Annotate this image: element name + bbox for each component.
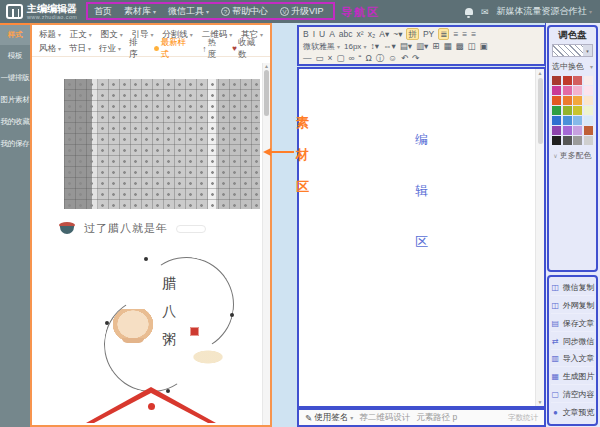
style-filter-dropdown[interactable]: 节日▾ [69, 43, 91, 55]
editor-insert-icon[interactable]: ◫ [468, 41, 476, 51]
editor-insert-icon[interactable]: ▦ [443, 41, 451, 51]
editor-format-icon[interactable]: ~▾ [393, 29, 402, 39]
editor-format-icon[interactable]: ≡ [471, 29, 476, 39]
editor-utility-icon[interactable]: ↶ [401, 53, 408, 63]
style-filter-dropdown[interactable]: 标题▾ [39, 29, 61, 41]
color-swatch[interactable] [563, 126, 572, 135]
sidebar-item-my-favorites[interactable]: 我的收藏 [0, 111, 30, 133]
editor-utility-icon[interactable]: ⓘ [376, 53, 385, 63]
use-signature-dropdown[interactable]: ✎ 使用签名 ▾ [305, 412, 353, 424]
editor-insert-icon[interactable]: ⇔▾ [383, 41, 396, 51]
color-swatch[interactable] [573, 126, 582, 135]
editor-format-icon[interactable]: I [313, 29, 315, 39]
editor-insert-icon[interactable]: ▥▾ [416, 41, 428, 51]
sidebar-item-image-material[interactable]: 图片素材 [0, 89, 30, 111]
color-swatch[interactable] [552, 96, 561, 105]
color-swatch[interactable] [584, 136, 593, 145]
action-button[interactable]: ▦ 生成图片 [551, 369, 594, 385]
palette-pattern-dropdown[interactable]: ▾ [552, 44, 593, 57]
color-swatch[interactable] [552, 136, 561, 145]
editor-format-icon[interactable]: ≡ [453, 29, 458, 39]
style-filter-dropdown[interactable]: 图文▾ [101, 29, 123, 41]
sort-favorites-button[interactable]: ♥收藏数 [232, 37, 263, 61]
color-swatch[interactable] [584, 106, 593, 115]
style-filter-dropdown[interactable]: 行业▾ [99, 43, 121, 55]
scrollbar-thumb[interactable] [538, 78, 543, 144]
editor-format-icon[interactable]: U [319, 29, 325, 39]
sidebar-item-one-click-layout[interactable]: 一键排版 [0, 67, 30, 89]
editor-utility-icon[interactable]: ☺ [388, 53, 397, 63]
menu-item-home[interactable]: 首页 [94, 5, 112, 18]
editor-format-icon[interactable]: x₂ [368, 29, 376, 39]
menu-item-material-library[interactable]: 素材库▾ [124, 5, 156, 18]
editor-utility-icon[interactable]: × [328, 53, 333, 63]
color-swatch[interactable] [573, 116, 582, 125]
sidebar-item-my-saves[interactable]: 我的保存 [0, 133, 30, 155]
editor-format-icon[interactable]: ≡ [462, 29, 467, 39]
editor-canvas[interactable]: 编辑区 ▲ ▼ [297, 67, 546, 408]
editor-utility-icon[interactable]: ▭ [316, 53, 324, 63]
color-swatch[interactable] [552, 86, 561, 95]
editor-scrollbar[interactable]: ▲ ▼ [535, 69, 544, 406]
action-button[interactable]: ◫ 外网复制 [551, 298, 594, 314]
font-size-dropdown[interactable]: 16px▾ [344, 42, 366, 51]
editor-utility-icon[interactable]: — [303, 53, 312, 63]
scroll-up-icon[interactable]: ▲ [538, 70, 543, 76]
editor-insert-icon[interactable]: ⊞ [432, 41, 439, 51]
notification-bell-icon[interactable] [465, 8, 473, 15]
editor-format-icon[interactable]: ≣ [438, 28, 449, 40]
editor-format-icon[interactable]: x² [357, 29, 364, 39]
style-item-laba-caption[interactable]: 过了腊八就是年 [58, 221, 206, 236]
style-filter-dropdown[interactable]: 正文▾ [70, 29, 92, 41]
editor-utility-icon[interactable]: ↷ [412, 53, 419, 63]
action-button[interactable]: ▢ 清空内容 [551, 387, 594, 403]
color-swatch[interactable] [573, 106, 582, 115]
sidebar-item-templates[interactable]: 模板 [0, 45, 30, 67]
sort-heat-button[interactable]: ↑热度 [202, 37, 224, 61]
app-logo[interactable]: 主编编辑器 www.zhudiao.com [0, 4, 77, 20]
color-swatch[interactable] [552, 116, 561, 125]
editor-format-icon[interactable]: abc [339, 29, 353, 39]
more-colors-button[interactable]: ∨ 更多配色 [552, 150, 593, 161]
editor-utility-icon[interactable]: “ [359, 53, 362, 63]
color-swatch[interactable] [573, 136, 582, 145]
color-swatch[interactable] [584, 116, 593, 125]
action-button[interactable]: ▤ 保存文章 [551, 316, 594, 332]
sort-newest-button[interactable]: 最新样式 [154, 37, 194, 61]
editor-insert-icon[interactable]: ▤▾ [400, 41, 412, 51]
style-item-red-pavilion[interactable]: 腊 [86, 387, 216, 423]
color-swatch[interactable] [573, 96, 582, 105]
color-swatch[interactable] [563, 86, 572, 95]
message-mail-icon[interactable]: ✉ [481, 7, 489, 17]
editor-utility-icon[interactable]: ▢ [337, 53, 345, 63]
action-button[interactable]: ● 文章预览 [551, 405, 594, 421]
color-swatch[interactable] [552, 126, 561, 135]
scrollbar-thumb[interactable] [264, 70, 269, 116]
material-panel-scrollbar[interactable]: ▲ [262, 63, 270, 425]
editor-insert-icon[interactable]: ↕▾ [370, 41, 379, 51]
editor-utility-icon[interactable]: Ω [365, 53, 371, 63]
color-swatch[interactable] [563, 106, 572, 115]
scroll-down-icon[interactable]: ▼ [538, 399, 543, 405]
qr-design-link[interactable]: 荐二维码设计 [359, 412, 410, 424]
style-item-building-photo[interactable] [64, 79, 260, 209]
font-family-dropdown[interactable]: 微软雅黑▾ [303, 41, 340, 52]
action-button[interactable]: ▥ 导入文章 [551, 351, 594, 367]
sidebar-item-styles[interactable]: 样式 [0, 23, 30, 45]
color-swatch[interactable] [584, 86, 593, 95]
editor-format-icon[interactable]: B [303, 29, 309, 39]
action-button[interactable]: ◫ 微信复制 [551, 280, 594, 296]
action-button[interactable]: ⇄ 同步微信 [551, 334, 594, 350]
color-swatch[interactable] [552, 106, 561, 115]
editor-format-icon[interactable]: A▾ [379, 29, 389, 39]
color-swatch[interactable] [584, 96, 593, 105]
menu-item-wechat-tools[interactable]: 微信工具▾ [168, 5, 209, 18]
color-swatch[interactable] [563, 136, 572, 145]
style-filter-dropdown[interactable]: 风格▾ [39, 43, 61, 55]
editor-utility-icon[interactable]: ∞ [349, 53, 355, 63]
style-item-laba-porridge[interactable]: 腊八粥 [104, 257, 234, 407]
editor-format-icon[interactable]: 拼 [406, 28, 419, 40]
user-account-menu[interactable]: 新媒体流量资源合作社 ▾ [496, 5, 592, 18]
editor-insert-icon[interactable]: ▩ [455, 41, 463, 51]
color-swatch[interactable] [573, 86, 582, 95]
